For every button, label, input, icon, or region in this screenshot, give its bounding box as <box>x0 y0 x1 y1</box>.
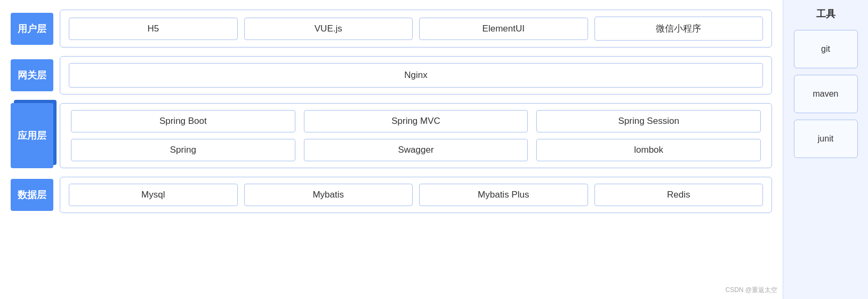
data-layer-content: Mysql Mybatis Mybatis Plus Redis <box>60 177 772 213</box>
cell-mybatis-plus: Mybatis Plus <box>419 184 588 206</box>
app-row-1: Spring Boot Spring MVC Spring Session <box>71 110 761 132</box>
cell-spring: Spring <box>71 139 295 161</box>
app-row-2: Spring Swagger lombok <box>71 139 761 161</box>
cell-mybatis: Mybatis <box>244 184 413 206</box>
data-layer-row: 数据层 Mysql Mybatis Mybatis Plus Redis <box>11 177 772 213</box>
tool-maven: maven <box>794 75 858 113</box>
cell-spring-boot: Spring Boot <box>71 110 295 132</box>
cell-vuejs: VUE.js <box>244 18 413 40</box>
application-layer-row: 应用层 Spring Boot Spring MVC Spring Sessio… <box>11 103 772 168</box>
main-area: 用户层 H5 VUE.js ElementUI 微信小程序 网关层 Nginx … <box>0 0 783 299</box>
cell-mysql: Mysql <box>69 184 238 206</box>
tool-junit: junit <box>794 120 858 158</box>
gateway-layer-content: Nginx <box>60 56 772 95</box>
gateway-layer-label: 网关层 <box>11 59 53 91</box>
watermark: CSDN @重返太空 <box>725 286 777 295</box>
cell-lombok: lombok <box>536 139 761 161</box>
user-layer-label: 用户层 <box>11 13 53 45</box>
tool-git: git <box>794 30 858 68</box>
sidebar-title: 工具 <box>816 7 835 20</box>
cell-wechat: 微信小程序 <box>594 17 763 41</box>
gateway-layer-row: 网关层 Nginx <box>11 56 772 95</box>
cell-elementui: ElementUI <box>419 18 588 40</box>
data-layer-label: 数据层 <box>11 179 53 211</box>
cell-spring-session: Spring Session <box>536 110 761 132</box>
user-layer-row: 用户层 H5 VUE.js ElementUI 微信小程序 <box>11 10 772 48</box>
right-sidebar: 工具 git maven junit <box>783 0 868 299</box>
user-layer-content: H5 VUE.js ElementUI 微信小程序 <box>60 10 772 48</box>
cell-spring-mvc: Spring MVC <box>304 110 528 132</box>
cell-h5: H5 <box>69 18 238 40</box>
cell-redis: Redis <box>594 184 763 206</box>
cell-swagger: Swagger <box>304 139 528 161</box>
application-layer-label: 应用层 <box>11 103 53 168</box>
application-layer-content: Spring Boot Spring MVC Spring Session Sp… <box>60 103 772 168</box>
cell-nginx: Nginx <box>69 63 763 88</box>
